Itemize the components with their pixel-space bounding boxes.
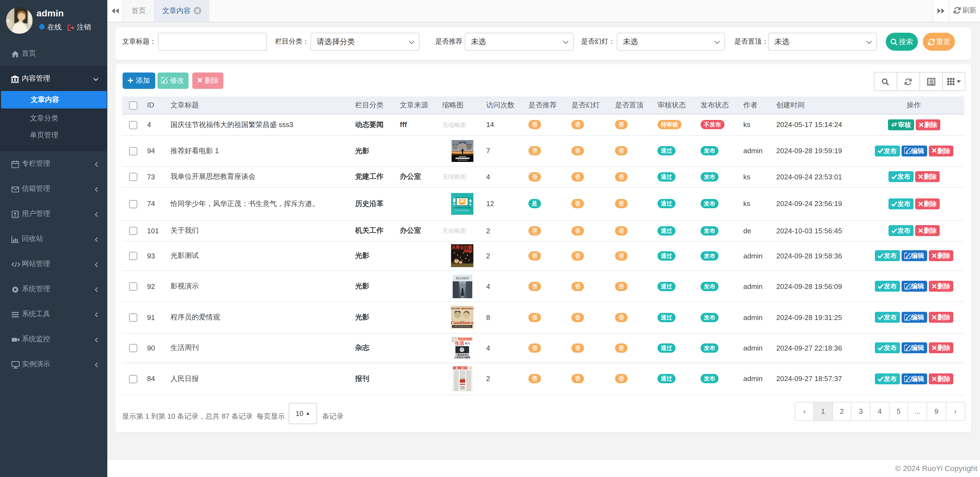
svg-text:汇聚思想精华传播: 汇聚思想精华传播 xyxy=(457,338,473,341)
svg-text:周刊: 周刊 xyxy=(465,342,470,345)
svg-text:PIANIST: PIANIST xyxy=(456,276,469,280)
svg-text:BOGART·BERGMAN: BOGART·BERGMAN xyxy=(451,308,473,310)
svg-text:火垂るの墓: 火垂るの墓 xyxy=(452,245,472,250)
svg-text:Casablanca: Casablanca xyxy=(451,320,473,325)
svg-text:让思想自由编程: 让思想自由编程 xyxy=(454,356,470,359)
svg-text:生活: 生活 xyxy=(455,341,464,346)
